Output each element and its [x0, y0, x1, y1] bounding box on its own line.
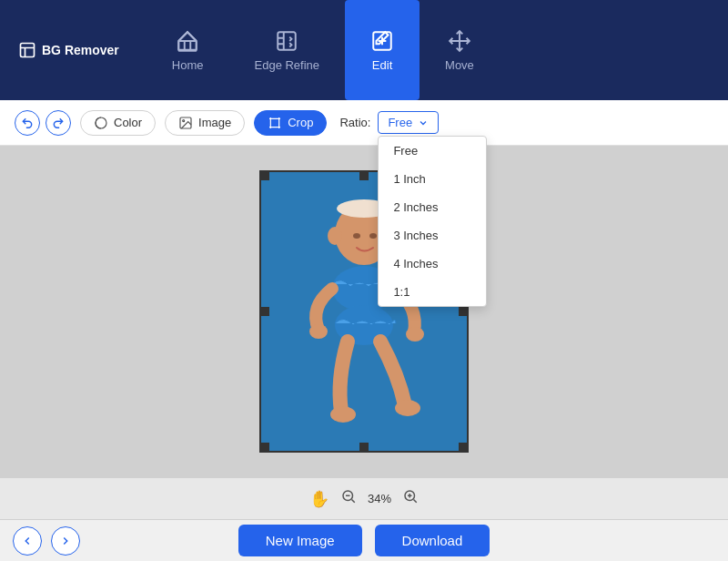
svg-point-18 — [406, 327, 424, 342]
ratio-option-2inches[interactable]: 2 Inches — [379, 193, 486, 221]
header: BG Remover Home Edge Refine — [0, 0, 728, 100]
nav-edit-label: Edit — [372, 58, 392, 72]
image-button[interactable]: Image — [165, 110, 245, 136]
ratio-option-3inches[interactable]: 3 Inches — [379, 221, 486, 250]
zoom-level-display: 34% — [368, 492, 391, 505]
ratio-dropdown-menu: Free 1 Inch 2 Inches 3 Inches 4 Inches 1… — [378, 136, 487, 307]
crop-button[interactable]: Crop — [254, 110, 327, 136]
handle-mid-right[interactable] — [459, 307, 468, 316]
image-label: Image — [198, 116, 231, 129]
ratio-option-1inch[interactable]: 1 Inch — [379, 165, 486, 193]
svg-point-20 — [395, 400, 420, 416]
ratio-dropdown-container: Free Free 1 Inch 2 Inches 3 Inches 4 Inc… — [378, 111, 439, 134]
svg-point-11 — [353, 233, 360, 239]
nav-home-label: Home — [172, 58, 204, 72]
main-nav: Home Edge Refine Edit M — [147, 0, 500, 100]
ratio-option-free[interactable]: Free — [379, 137, 486, 165]
ratio-option-1-1[interactable]: 1:1 — [379, 278, 486, 306]
undo-button[interactable] — [15, 110, 40, 136]
svg-rect-2 — [278, 32, 297, 50]
bottom-bar: New Image Download — [0, 519, 728, 561]
hand-tool-icon[interactable]: ✋ — [309, 489, 329, 509]
main-canvas-area — [0, 146, 728, 477]
toolbar: Color Image Crop Ratio: Free Free — [0, 100, 728, 146]
svg-rect-0 — [21, 44, 35, 57]
color-label: Color — [114, 116, 142, 129]
nav-move-label: Move — [445, 58, 474, 72]
zoom-out-icon[interactable] — [340, 488, 357, 509]
svg-point-19 — [330, 406, 356, 423]
handle-top-mid[interactable] — [359, 171, 369, 180]
zoom-in-icon[interactable] — [402, 488, 419, 509]
ratio-label: Ratio: — [339, 116, 370, 129]
app-logo: BG Remover — [9, 41, 128, 59]
nav-item-move[interactable]: Move — [420, 0, 500, 100]
handle-bottom-mid[interactable] — [359, 443, 369, 452]
download-button[interactable]: Download — [375, 525, 490, 556]
prev-button[interactable] — [13, 526, 42, 556]
svg-rect-1 — [178, 41, 197, 50]
new-image-button[interactable]: New Image — [238, 525, 362, 556]
nav-item-home[interactable]: Home — [147, 0, 229, 100]
ratio-selected-value: Free — [388, 116, 412, 129]
color-button[interactable]: Color — [80, 110, 156, 136]
svg-point-6 — [183, 119, 185, 121]
ratio-dropdown[interactable]: Free — [378, 111, 439, 134]
handle-bottom-left[interactable] — [260, 443, 269, 452]
handle-bottom-right[interactable] — [459, 443, 468, 452]
svg-point-13 — [328, 227, 342, 245]
svg-rect-7 — [271, 118, 279, 127]
undo-redo-arrows — [15, 110, 71, 136]
handle-top-left[interactable] — [260, 171, 269, 180]
handle-mid-left[interactable] — [260, 307, 269, 316]
redo-button[interactable] — [46, 110, 71, 136]
nav-item-edit[interactable]: Edit — [345, 0, 420, 100]
ratio-section: Ratio: Free Free 1 Inch 2 Inches 3 Inche… — [339, 111, 439, 134]
next-button[interactable] — [51, 526, 80, 556]
ratio-option-4inches[interactable]: 4 Inches — [379, 250, 486, 278]
nav-item-edge-refine[interactable]: Edge Refine — [229, 0, 346, 100]
svg-point-12 — [369, 233, 377, 239]
zoom-bar: ✋ 34% — [0, 477, 728, 519]
bottom-actions: New Image Download — [238, 525, 490, 556]
svg-point-17 — [309, 324, 328, 339]
crop-label: Crop — [288, 116, 313, 129]
nav-edge-refine-label: Edge Refine — [255, 58, 320, 72]
app-title: BG Remover — [42, 43, 119, 57]
